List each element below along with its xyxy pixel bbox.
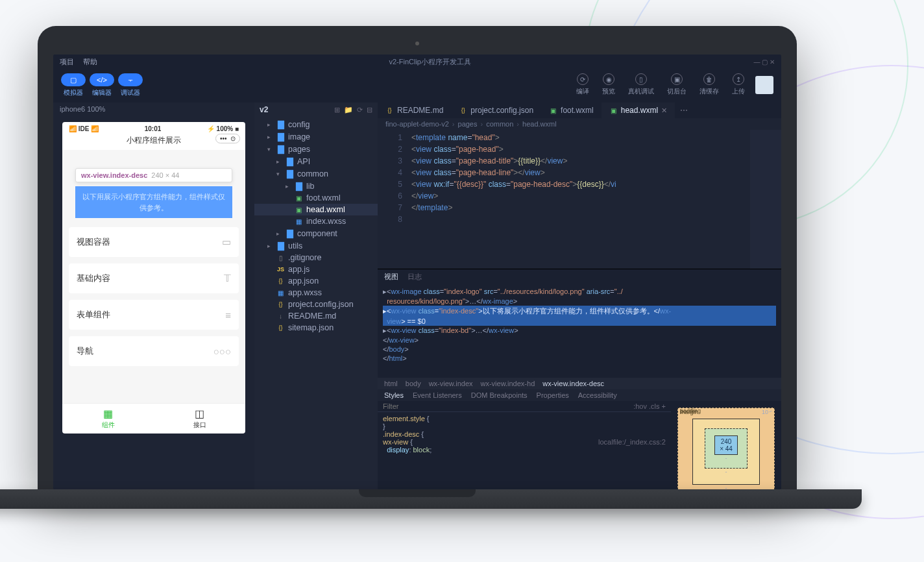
list-item[interactable]: 基础内容𝕋 <box>69 263 239 293</box>
tree-item[interactable]: {}project.config.json <box>254 299 378 310</box>
devtab-elements[interactable]: 视图 <box>384 271 398 283</box>
action-compile[interactable]: ⟳编译 <box>576 73 589 96</box>
mode-simulator[interactable]: ▢模拟器 <box>61 73 86 97</box>
toolbar: ▢模拟器 </>编辑器 ⫟调试器 ⟳编译 ◉预览 ▯真机调试 ▣切后台 🗑清缓存… <box>53 69 781 103</box>
window-controls[interactable]: — ▢ ✕ <box>753 58 775 66</box>
phone-preview[interactable]: 📶 IDE 📶10:01⚡ 100% ■ 小程序组件展示 ••• ⊙ wx-vi… <box>62 122 245 434</box>
file-explorer: v2 ⊞📁⟳⊟ ▸▇config▸▇image▾▇pages▸▇API▾▇com… <box>254 103 378 489</box>
editor-tab[interactable]: ▣foot.wxml <box>541 103 602 118</box>
close-icon[interactable]: ✕ <box>661 106 667 115</box>
camera-dot <box>415 42 419 45</box>
phone-tabbar: ▦组件 ◫接口 <box>62 403 245 434</box>
laptop-mockup: 项目 帮助 v2-FinClip小程序开发工具 — ▢ ✕ ▢模拟器 </>编辑… <box>38 26 797 509</box>
tab-components[interactable]: ▦组件 <box>62 404 154 434</box>
code-editor[interactable]: 1<template name="head">2 <view class="pa… <box>378 130 781 269</box>
ide-window: 项目 帮助 v2-FinClip小程序开发工具 — ▢ ✕ ▢模拟器 </>编辑… <box>53 55 781 489</box>
collapse-icon[interactable]: ⊟ <box>367 106 372 114</box>
list-item[interactable]: 视图容器▭ <box>69 227 239 257</box>
menu-help[interactable]: 帮助 <box>83 57 97 67</box>
tree-item[interactable]: ▸▇component <box>254 227 378 239</box>
dom-tree[interactable]: ▸<wx-image class="index-logo" src="../re… <box>378 284 781 378</box>
action-remote[interactable]: ▯真机调试 <box>628 73 654 96</box>
tree-item[interactable]: ▸▇utils <box>254 239 378 252</box>
devtools-pane: 视图 日志 ▸<wx-image class="index-logo" src=… <box>378 269 781 489</box>
tree-item[interactable]: JSapp.js <box>254 263 378 275</box>
dom-breadcrumb[interactable]: htmlbodywx-view.indexwx-view.index-hdwx-… <box>378 378 781 389</box>
tab-api[interactable]: ◫接口 <box>154 404 245 434</box>
style-subtab[interactable]: Properties <box>537 391 569 399</box>
breadcrumb[interactable]: fino-applet-demo-v2›pages›common›head.wx… <box>378 118 781 130</box>
tree-item[interactable]: ▣head.wxml <box>254 204 378 215</box>
window-title: v2-FinClip小程序开发工具 <box>106 57 753 67</box>
editor-pane: {}README.md{}project.config.json▣foot.wx… <box>378 103 781 489</box>
style-subtab[interactable]: DOM Breakpoints <box>471 391 528 399</box>
styles-tabs: StylesEvent ListenersDOM BreakpointsProp… <box>378 389 781 401</box>
action-upload[interactable]: ↥上传 <box>732 73 745 96</box>
refresh-icon[interactable]: ⟳ <box>357 106 363 114</box>
project-root[interactable]: v2 <box>260 105 268 114</box>
laptop-base <box>0 489 862 509</box>
tree-item[interactable]: ▸▇API <box>254 155 378 167</box>
new-folder-icon[interactable]: 📁 <box>344 106 353 114</box>
style-subtab[interactable]: Styles <box>384 391 404 399</box>
phone-navbar: 小程序组件展示 ••• ⊙ <box>62 134 245 150</box>
tabs-overflow[interactable]: ⋯ <box>675 106 693 115</box>
editor-tab[interactable]: {}project.config.json <box>451 103 541 118</box>
editor-tab[interactable]: ▣head.wxml✕ <box>602 103 675 118</box>
tree-item[interactable]: ▦index.wxss <box>254 215 378 227</box>
tree-item[interactable]: ▣foot.wxml <box>254 192 378 204</box>
box-model: margin10 border- padding- 240 × 44 - - - <box>671 401 781 489</box>
tree-item[interactable]: {}sitemap.json <box>254 322 378 334</box>
devtab-console[interactable]: 日志 <box>407 271 422 283</box>
action-clear[interactable]: 🗑清缓存 <box>699 73 719 96</box>
styles-filter-actions[interactable]: :hov .cls + <box>633 402 666 410</box>
user-avatar[interactable] <box>755 76 773 94</box>
simulator-device-label: iphone6 100% <box>53 103 254 116</box>
action-preview[interactable]: ◉预览 <box>602 73 615 96</box>
tree-item[interactable]: {}app.json <box>254 275 378 287</box>
capsule-button[interactable]: ••• ⊙ <box>215 134 240 143</box>
tree-item[interactable]: ▸▇image <box>254 130 378 143</box>
tree-item[interactable]: ▯.gitignore <box>254 252 378 263</box>
list-item[interactable]: 表单组件≡ <box>69 300 239 330</box>
editor-tab[interactable]: {}README.md <box>378 103 451 118</box>
new-file-icon[interactable]: ⊞ <box>334 106 340 114</box>
tree-item[interactable]: ▾▇common <box>254 167 378 180</box>
css-rules[interactable]: element.style {}.index-desc {</span></di… <box>378 412 671 489</box>
menu-bar: 项目 帮助 v2-FinClip小程序开发工具 — ▢ ✕ <box>53 55 781 69</box>
tree-item[interactable]: ↓README.md <box>254 310 378 322</box>
highlighted-element[interactable]: 以下用展示小程序官方组件能力，组件样式仅供参考。 <box>75 186 232 218</box>
tree-item[interactable]: ▸▇lib <box>254 180 378 192</box>
style-subtab[interactable]: Accessibility <box>578 391 617 399</box>
tree-item[interactable]: ▦app.wxss <box>254 287 378 299</box>
styles-filter-input[interactable] <box>383 402 633 410</box>
tree-item[interactable]: ▾▇pages <box>254 143 378 155</box>
tree-item[interactable]: ▸▇config <box>254 118 378 130</box>
mode-editor[interactable]: </>编辑器 <box>90 73 114 97</box>
editor-tabs: {}README.md{}project.config.json▣foot.wx… <box>378 103 781 118</box>
simulator-pane: iphone6 100% 📶 IDE 📶10:01⚡ 100% ■ 小程序组件展… <box>53 103 254 489</box>
phone-statusbar: 📶 IDE 📶10:01⚡ 100% ■ <box>62 122 245 134</box>
mode-debugger[interactable]: ⫟调试器 <box>118 73 143 97</box>
action-background[interactable]: ▣切后台 <box>667 73 687 96</box>
list-item[interactable]: 导航○○○ <box>69 336 239 366</box>
inspect-tooltip: wx-view.index-desc240 × 44 <box>75 168 232 182</box>
style-subtab[interactable]: Event Listeners <box>413 391 462 399</box>
menu-project[interactable]: 项目 <box>60 57 74 67</box>
minimap[interactable] <box>750 130 781 269</box>
